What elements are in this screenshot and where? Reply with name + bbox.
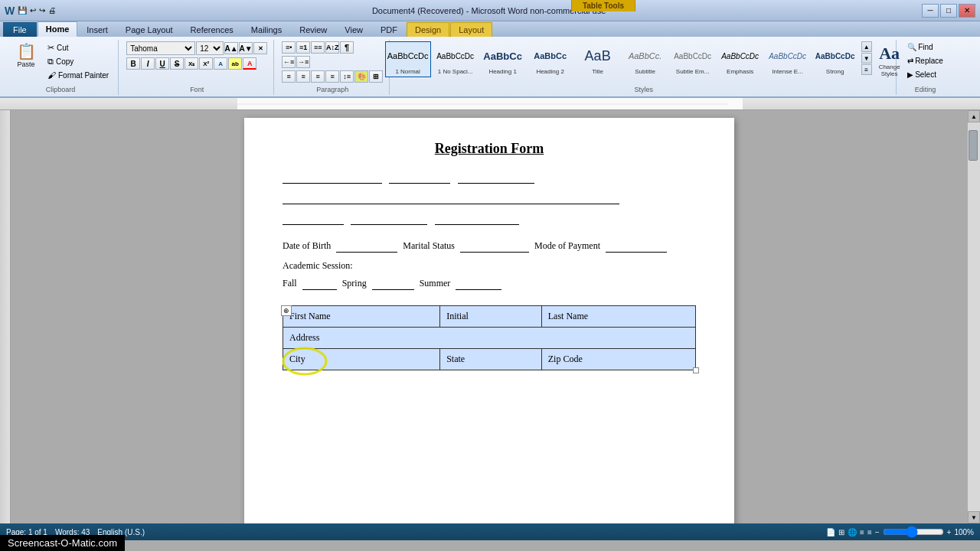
styles-scroll-down[interactable]: ▼ bbox=[861, 53, 872, 64]
tab-page-layout[interactable]: Page Layout bbox=[117, 22, 181, 37]
styles-scroll-up[interactable]: ▲ bbox=[861, 41, 872, 52]
initial-cell: Initial bbox=[440, 306, 542, 328]
copy-button[interactable]: ⧉ Copy bbox=[44, 55, 112, 68]
scroll-track[interactable] bbox=[968, 122, 980, 511]
font-color-button[interactable]: A bbox=[243, 57, 256, 70]
underline-button[interactable]: U bbox=[155, 57, 169, 70]
editing-group: 🔍 Find ⇄ Replace ▶ Select Editing bbox=[898, 40, 952, 95]
shading-button[interactable]: 🎨 bbox=[354, 70, 368, 83]
quick-access-redo[interactable]: ↪ bbox=[39, 6, 45, 15]
minimize-button[interactable]: ─ bbox=[922, 4, 939, 18]
tab-pdf[interactable]: PDF bbox=[372, 22, 406, 37]
view-fullscreen-button[interactable]: ⊞ bbox=[838, 528, 844, 536]
decrease-font-button[interactable]: A▼ bbox=[239, 42, 253, 54]
table-move-handle[interactable]: ⊕ bbox=[281, 305, 292, 316]
tab-mailings[interactable]: Mailings bbox=[243, 22, 290, 37]
table-wrapper: ⊕ First Name Initial Last Name bbox=[283, 305, 696, 370]
highlight-button[interactable]: ab bbox=[228, 57, 242, 70]
style-no-spacing[interactable]: AaBbCcDc 1 No Spaci... bbox=[433, 41, 479, 77]
justify-button[interactable]: ≡ bbox=[325, 70, 339, 83]
form-line-2 bbox=[283, 193, 696, 204]
registration-table: First Name Initial Last Name bbox=[283, 305, 696, 370]
close-button[interactable]: ✕ bbox=[959, 4, 975, 18]
clear-format-button[interactable]: ✕ bbox=[253, 42, 267, 54]
multilevel-button[interactable]: ≡≡ bbox=[311, 41, 325, 54]
style-intense-emphasis[interactable]: AaBbCcDc Intense E... bbox=[765, 41, 811, 77]
select-button[interactable]: ▶ Select bbox=[904, 69, 939, 80]
borders-button[interactable]: ⊞ bbox=[369, 70, 383, 83]
spring-field bbox=[372, 278, 414, 290]
zoom-out-button[interactable]: − bbox=[875, 528, 880, 536]
numbering-button[interactable]: ≡1 bbox=[296, 41, 310, 54]
subscript-button[interactable]: X₂ bbox=[185, 57, 198, 70]
strikethrough-button[interactable]: S bbox=[170, 57, 184, 70]
decrease-indent-button[interactable]: ←≡ bbox=[282, 56, 296, 68]
line-spacing-button[interactable]: ↕≡ bbox=[340, 70, 354, 83]
tab-layout[interactable]: Layout bbox=[450, 22, 492, 37]
zoom-in-button[interactable]: + bbox=[947, 528, 952, 536]
increase-indent-button[interactable]: →≡ bbox=[296, 56, 310, 68]
horizontal-ruler bbox=[0, 98, 980, 110]
tab-home[interactable]: Home bbox=[38, 21, 78, 37]
field-lastname-top bbox=[458, 172, 534, 184]
align-right-button[interactable]: ≡ bbox=[311, 70, 325, 83]
scroll-up-button[interactable]: ▲ bbox=[968, 110, 980, 122]
paste-button[interactable]: 📋 Paste bbox=[9, 41, 43, 70]
tab-references[interactable]: References bbox=[182, 22, 242, 37]
styles-dropdown[interactable]: ≡ bbox=[861, 64, 872, 75]
style-heading1[interactable]: AaBbCc Heading 1 bbox=[480, 41, 526, 77]
format-painter-button[interactable]: 🖌 Format Painter bbox=[44, 69, 112, 81]
font-size-select[interactable]: 12 bbox=[196, 41, 224, 55]
superscript-button[interactable]: X² bbox=[199, 57, 213, 70]
view-draft-button[interactable]: ≡ bbox=[867, 528, 872, 536]
styles-list: AaBbCcDc 1 Normal AaBbCcDc 1 No Spaci...… bbox=[385, 41, 860, 77]
form-line-1 bbox=[283, 172, 696, 184]
replace-icon: ⇄ bbox=[907, 57, 913, 65]
title-bar-left: W 💾 ↩ ↪ 🖨 bbox=[5, 5, 56, 17]
sort-button[interactable]: A↕Z bbox=[325, 41, 339, 54]
style-emphasis[interactable]: AaBbCcDc Emphasis bbox=[717, 41, 763, 77]
quick-access-save[interactable]: 💾 bbox=[18, 6, 27, 15]
scroll-down-button[interactable]: ▼ bbox=[968, 511, 980, 523]
tab-file[interactable]: File bbox=[3, 22, 37, 37]
tab-insert[interactable]: Insert bbox=[78, 22, 116, 37]
align-left-button[interactable]: ≡ bbox=[282, 70, 296, 83]
style-strong[interactable]: AaBbCcDc Strong bbox=[812, 41, 858, 77]
find-button[interactable]: 🔍 Find bbox=[904, 41, 936, 53]
document-scroll[interactable]: Registration Form Dat bbox=[11, 110, 968, 523]
italic-button[interactable]: I bbox=[141, 57, 155, 70]
tab-review[interactable]: Review bbox=[291, 22, 335, 37]
text-effects-button[interactable]: A bbox=[214, 57, 227, 70]
style-subtle-emphasis[interactable]: AaBbCcDc Subtle Em... bbox=[670, 41, 716, 77]
document-title: Registration Form bbox=[283, 141, 696, 157]
zoom-slider[interactable] bbox=[883, 529, 944, 535]
view-web-button[interactable]: 🌐 bbox=[848, 528, 857, 536]
tab-design[interactable]: Design bbox=[407, 22, 449, 37]
increase-font-button[interactable]: A▲ bbox=[224, 42, 238, 54]
window-title: Document4 (Recovered) - Microsoft Word n… bbox=[56, 6, 922, 15]
copy-icon: ⧉ bbox=[47, 57, 54, 67]
maximize-button[interactable]: □ bbox=[940, 4, 957, 18]
style-title[interactable]: AaB Title bbox=[575, 41, 621, 77]
change-styles-label: ChangeStyles bbox=[879, 64, 900, 77]
replace-button[interactable]: ⇄ Replace bbox=[904, 55, 946, 67]
quick-access-print[interactable]: 🖨 bbox=[48, 6, 56, 15]
editing-label: Editing bbox=[915, 84, 936, 93]
bullets-button[interactable]: ≡• bbox=[282, 41, 296, 54]
tab-view[interactable]: View bbox=[336, 22, 371, 37]
ribbon-content: 📋 Paste ✂ Cut ⧉ Copy 🖌 Format Painter bbox=[0, 37, 980, 98]
cut-button[interactable]: ✂ Cut bbox=[44, 41, 112, 54]
scroll-thumb[interactable] bbox=[969, 130, 978, 161]
show-hide-button[interactable]: ¶ bbox=[340, 41, 354, 54]
view-outline-button[interactable]: ≡ bbox=[860, 528, 864, 536]
align-center-button[interactable]: ≡ bbox=[296, 70, 310, 83]
view-print-button[interactable]: 📄 bbox=[826, 528, 835, 536]
style-subtitle[interactable]: AaBbCc. Subtitle bbox=[622, 41, 668, 77]
quick-access-undo[interactable]: ↩ bbox=[30, 6, 36, 15]
vertical-scrollbar[interactable]: ▲ ▼ bbox=[968, 110, 980, 523]
bold-button[interactable]: B bbox=[126, 57, 140, 70]
style-normal[interactable]: AaBbCcDc 1 Normal bbox=[385, 41, 431, 77]
font-name-select[interactable]: Tahoma bbox=[126, 41, 195, 55]
table-resize-handle[interactable] bbox=[693, 367, 699, 373]
style-heading2[interactable]: AaBbCc Heading 2 bbox=[528, 41, 573, 77]
